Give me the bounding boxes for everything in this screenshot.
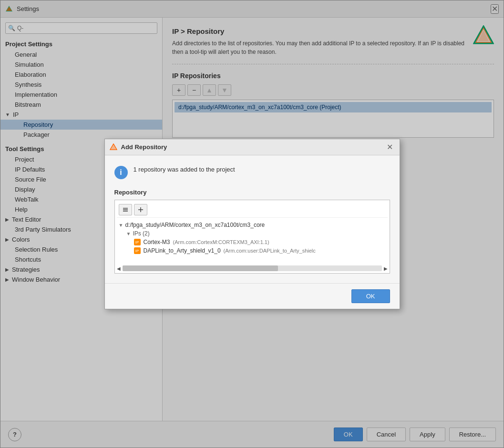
ip1-icon: IP	[134, 239, 141, 245]
dialog-title-bar: Add Repository ✕	[105, 139, 400, 155]
dialog-repo-title: Repository	[114, 189, 390, 196]
dialog-ok-button[interactable]: OK	[351, 289, 390, 303]
ip1-meta: (Arm.com:CortexM:CORTEXM3_AXI:1.1)	[173, 239, 269, 245]
modal-overlay: Add Repository ✕ i 1 repository was adde…	[0, 0, 504, 448]
scroll-right-arrow[interactable]: ▶	[384, 266, 388, 271]
info-message: 1 repository was added to the project	[134, 165, 235, 174]
ips-label: IPs (2)	[133, 230, 149, 237]
tree-ip-cortex[interactable]: IP Cortex-M3 (Arm.com:CortexM:CORTEXM3_A…	[132, 238, 388, 246]
ip2-name: DAPLink_to_Arty_shield_v1_0	[144, 247, 221, 254]
ips-collapse-icon: ▼	[126, 231, 131, 236]
horizontal-scrollbar: ◀ ▶	[117, 265, 388, 271]
add-repository-dialog: Add Repository ✕ i 1 repository was adde…	[104, 139, 400, 309]
tree-root-item: ▼ d:/fpga_study/ARM/cortex_m3_on_xc7a100…	[117, 220, 388, 256]
tree-repo-path: d:/fpga_study/ARM/cortex_m3_on_xc7a100t/…	[125, 222, 265, 228]
collapse-all-button[interactable]	[119, 204, 132, 215]
expand-all-button[interactable]	[134, 204, 147, 215]
dialog-title: Add Repository	[121, 143, 167, 151]
ip1-name: Cortex-M3	[144, 239, 170, 245]
ip2-meta: (Arm.com:user:DAPLink_to_Arty_shielc	[224, 248, 316, 254]
scroll-left-arrow[interactable]: ◀	[117, 266, 121, 271]
tree-folder-repo[interactable]: ▼ d:/fpga_study/ARM/cortex_m3_on_xc7a100…	[117, 221, 388, 229]
repo-tree-container: ▼ d:/fpga_study/ARM/cortex_m3_on_xc7a100…	[114, 200, 390, 274]
tree-ips-item[interactable]: ▼ IPs (2)	[124, 229, 388, 238]
collapse-all-icon	[122, 206, 129, 213]
info-icon: i	[114, 166, 128, 179]
dialog-title-left: Add Repository	[110, 143, 167, 151]
ip2-icon: IP	[134, 247, 141, 254]
dialog-body: i 1 repository was added to the project …	[105, 155, 400, 283]
dialog-close-button[interactable]: ✕	[385, 143, 395, 151]
repo-tree-toolbar	[117, 202, 388, 218]
dialog-icon	[110, 143, 117, 151]
info-row: i 1 repository was added to the project	[114, 165, 390, 179]
tree-collapse-icon: ▼	[119, 223, 123, 228]
dialog-footer: OK	[105, 283, 400, 309]
tree-sub-ips: ▼ IPs (2) IP Cortex-M3 (Arm.com:CortexM:…	[124, 229, 388, 255]
tree-ip-daplink[interactable]: IP DAPLink_to_Arty_shield_v1_0 (Arm.com:…	[132, 246, 388, 255]
scrollbar-thumb	[123, 265, 278, 271]
expand-all-icon	[137, 206, 144, 213]
scrollbar-track[interactable]	[123, 265, 382, 271]
